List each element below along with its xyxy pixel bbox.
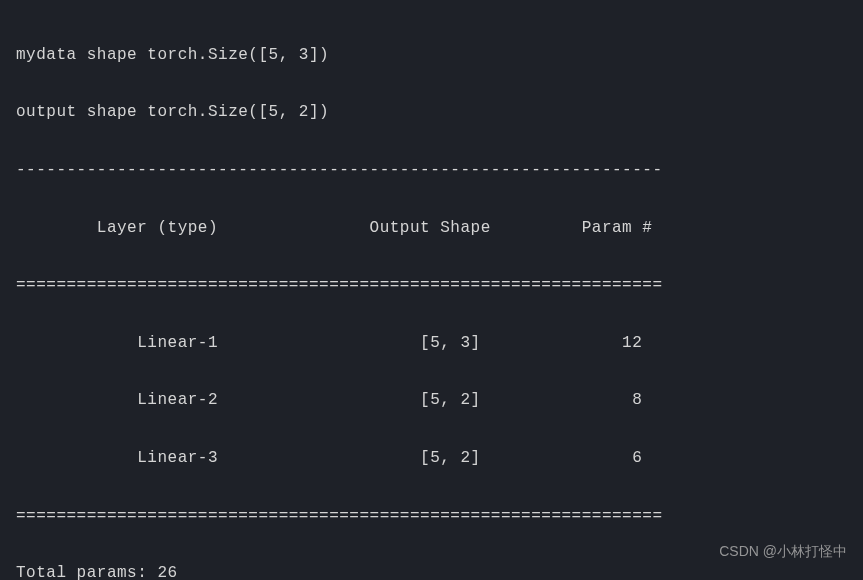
table-row: Linear-3 [5, 2] 6 [16, 444, 847, 473]
terminal-output: mydata shape torch.Size([5, 3]) output s… [16, 12, 847, 580]
separator-eq-2: ========================================… [16, 502, 847, 531]
mydata-shape-line: mydata shape torch.Size([5, 3]) [16, 41, 847, 70]
watermark-text: CSDN @小林打怪中 [719, 539, 847, 564]
separator-dash-1: ----------------------------------------… [16, 156, 847, 185]
output-shape-line: output shape torch.Size([5, 2]) [16, 98, 847, 127]
table-header: Layer (type) Output Shape Param # [16, 214, 847, 243]
table-row: Linear-1 [5, 3] 12 [16, 329, 847, 358]
table-row: Linear-2 [5, 2] 8 [16, 386, 847, 415]
separator-eq-1: ========================================… [16, 271, 847, 300]
